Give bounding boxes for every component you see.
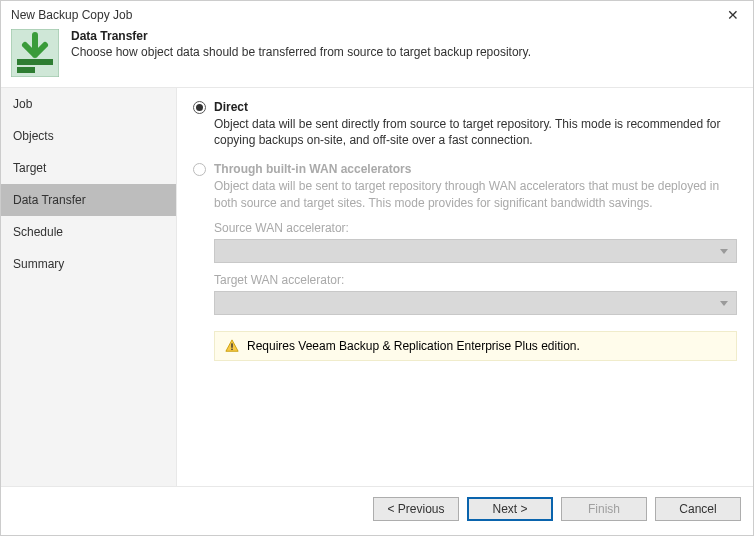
- banner-text: Requires Veeam Backup & Replication Ente…: [247, 339, 580, 353]
- radio-option-wan: Through built-in WAN accelerators Object…: [193, 162, 737, 210]
- next-button[interactable]: Next >: [467, 497, 553, 521]
- radio-direct-desc: Object data will be sent directly from s…: [214, 116, 737, 148]
- finish-button: Finish: [561, 497, 647, 521]
- sidebar-item-schedule[interactable]: Schedule: [1, 216, 176, 248]
- source-wan-label: Source WAN accelerator:: [214, 221, 737, 235]
- sidebar-item-objects[interactable]: Objects: [1, 120, 176, 152]
- header-subtitle: Choose how object data should be transfe…: [71, 45, 531, 59]
- warning-icon: [225, 339, 239, 353]
- previous-button[interactable]: < Previous: [373, 497, 459, 521]
- wizard-footer: < Previous Next > Finish Cancel: [1, 486, 753, 535]
- radio-direct[interactable]: [193, 101, 206, 114]
- cancel-button[interactable]: Cancel: [655, 497, 741, 521]
- target-wan-dropdown: [214, 291, 737, 315]
- svg-rect-3: [231, 343, 232, 347]
- header-title: Data Transfer: [71, 29, 531, 43]
- radio-wan: [193, 163, 206, 176]
- svg-rect-2: [17, 67, 35, 73]
- license-warning-banner: Requires Veeam Backup & Replication Ente…: [214, 331, 737, 361]
- wizard-sidebar: Job Objects Target Data Transfer Schedul…: [1, 88, 177, 486]
- radio-direct-label: Direct: [214, 100, 737, 114]
- wizard-header: Data Transfer Choose how object data sho…: [1, 27, 753, 87]
- radio-wan-desc: Object data will be sent to target repos…: [214, 178, 737, 210]
- window-title: New Backup Copy Job: [11, 8, 132, 22]
- source-wan-dropdown: [214, 239, 737, 263]
- sidebar-item-summary[interactable]: Summary: [1, 248, 176, 280]
- sidebar-item-target[interactable]: Target: [1, 152, 176, 184]
- data-transfer-icon: [11, 29, 59, 77]
- target-wan-label: Target WAN accelerator:: [214, 273, 737, 287]
- svg-rect-1: [17, 59, 53, 65]
- close-icon[interactable]: ✕: [723, 7, 743, 23]
- sidebar-item-job[interactable]: Job: [1, 88, 176, 120]
- wizard-content: Direct Object data will be sent directly…: [177, 88, 753, 486]
- svg-rect-4: [231, 348, 232, 349]
- sidebar-item-data-transfer[interactable]: Data Transfer: [1, 184, 176, 216]
- radio-option-direct[interactable]: Direct Object data will be sent directly…: [193, 100, 737, 148]
- radio-wan-label: Through built-in WAN accelerators: [214, 162, 737, 176]
- titlebar: New Backup Copy Job ✕: [1, 1, 753, 27]
